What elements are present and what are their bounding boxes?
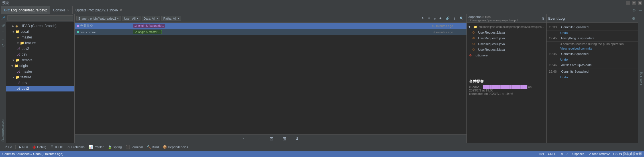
spring-bottom-btn[interactable]: 🍃 Spring (106, 144, 124, 150)
java-icon-3: © (472, 42, 477, 46)
debug-bottom-btn[interactable]: 🐞 Debug (30, 144, 48, 150)
pull-icon[interactable]: ↓ (1, 36, 6, 41)
git-icon[interactable]: ⎇ (1, 15, 6, 21)
graph-icon[interactable]: ⎋ (433, 16, 437, 21)
minimize-button[interactable]: ─ (626, 1, 630, 5)
tab-update-info[interactable]: Update Info: 2023/2/1 19:46 ✕ (73, 6, 125, 14)
git-search-input[interactable] (7, 15, 73, 21)
dev-branch-icon: ⎇ (17, 52, 21, 56)
tree-head[interactable]: ▶ ◉ HEAD (Current Branch) (6, 23, 74, 29)
commit-icon[interactable]: ◎ (1, 22, 6, 27)
paths-dropdown-icon: ▾ (178, 17, 179, 20)
profiler-icon: 📊 (89, 145, 93, 149)
settings-side-icon[interactable]: ⚙ (1, 138, 6, 143)
structure-icon[interactable]: Structure (1, 131, 6, 136)
debug-icon: 🐞 (32, 145, 36, 149)
commit-row[interactable]: 合并提交 ⎇ origin & feature/de... 45 minutes… (75, 23, 466, 29)
tree-origin[interactable]: ▼ 📁 origin (6, 63, 74, 69)
status-crlf[interactable]: CRLF (548, 152, 556, 156)
remote-feature-folder-icon: 📁 (15, 75, 20, 79)
event-item-3: 19:45 Commits Squashed (547, 51, 638, 57)
run-bottom-btn[interactable]: ▶ Run (17, 144, 30, 150)
file-tree-root[interactable]: ▼ 📁 src\main\java\com\example\aopdemo\po… (467, 24, 546, 30)
minimize-panel-icon[interactable]: ─ (638, 8, 643, 13)
tree-remote[interactable]: ▼ 📁 Remote (6, 57, 74, 63)
file-item-userrequest5[interactable]: © UserRequest5.java (467, 47, 546, 52)
settings-icon[interactable]: ⚙ (631, 8, 637, 13)
bottom-toolbar: ⎇ Git ▶ Run 🐞 Debug ☰ TODO ⚠ Problems 📊 (0, 143, 644, 151)
tree-remote-dev[interactable]: ⎇ dev (6, 80, 74, 86)
remote-dev-icon: ⎇ (17, 81, 21, 85)
profiler-bottom-btn[interactable]: 📊 Profiler (87, 144, 105, 150)
link-icon[interactable]: 🔗 (445, 16, 451, 21)
close-button[interactable]: ✕ (638, 1, 642, 5)
fetch-commits-icon[interactable]: ⬇ (427, 16, 431, 21)
paths-selector[interactable]: Paths: All ▾ (161, 16, 181, 21)
file-item-userrequest3[interactable]: © UserRequest3.java (467, 35, 546, 41)
git-search-bar (6, 14, 74, 22)
eye-icon[interactable]: 👁 (438, 16, 443, 21)
search-commit-icon[interactable]: 🔍 (458, 16, 465, 21)
event-settings-icon[interactable]: ⚙ (631, 16, 636, 21)
expand-button[interactable]: ⊡ (267, 135, 276, 142)
undo-link-5[interactable]: Undo (560, 76, 568, 79)
event-text-1: Commits Squashed (561, 25, 588, 29)
todo-bottom-btn[interactable]: ☰ TODO (49, 144, 65, 150)
file-panel-delete-icon[interactable]: 🗑 (541, 17, 545, 21)
status-branch[interactable]: ⎇ feature/dev2 (588, 152, 610, 156)
file-item-userrequst2[interactable]: © UserRequest2.java (467, 30, 546, 35)
window-button[interactable]: ⊞ (280, 135, 288, 142)
forward-button[interactable]: → (254, 136, 263, 142)
git-bottom-btn[interactable]: ⎇ Git (2, 144, 14, 150)
event-item: 19:39 Commits Squashed (547, 24, 638, 30)
branch-selector[interactable]: Branch: origin/feature/dev2 ▾ (76, 16, 121, 21)
undo-link-1[interactable]: Undo (560, 31, 568, 34)
fetch-icon[interactable]: ↻ (1, 43, 6, 48)
problems-bottom-btn[interactable]: ⚠ Problems (66, 144, 86, 150)
maximize-button[interactable]: □ (632, 1, 636, 5)
view-commits-link[interactable]: View received commits (560, 47, 592, 50)
tree-local-dev2[interactable]: ⎇ dev2 (6, 46, 74, 52)
status-indent[interactable]: 4 spaces (572, 152, 584, 156)
undo-link-3[interactable]: Undo (560, 58, 568, 61)
tree-local[interactable]: ▼ 📁 Local (6, 29, 74, 34)
branch-icon: ⎇ (588, 152, 592, 156)
commit-message-2: first commit (80, 30, 96, 34)
status-position[interactable]: 14:1 (538, 152, 544, 156)
branch-tag-remote: ⎇ origin & feature/de... (133, 24, 165, 28)
file-item-userrequest4[interactable]: © UserRequest4.java (467, 41, 546, 47)
back-button[interactable]: ← (240, 136, 249, 142)
head-icon: ◉ (15, 24, 20, 28)
user-selector[interactable]: User: All ▾ (122, 16, 140, 21)
tab-console-close[interactable]: ✕ (67, 9, 70, 12)
push-icon[interactable]: ↑ (1, 29, 6, 34)
tab-git-log[interactable]: Git: Log: origin/feature/dev2 (1, 6, 50, 14)
file-item-gitignore[interactable]: ⚙ .gitignore (467, 52, 546, 58)
build-bottom-btn[interactable]: 🔨 Build (145, 144, 160, 150)
tab-update-info-close[interactable]: ✕ (120, 9, 122, 12)
download-button[interactable]: ⬇ (293, 135, 301, 142)
date-selector[interactable]: Date: All ▾ (142, 16, 160, 21)
app-root: 预览 ─ □ ✕ Git: Log: origin/feature/dev2 C… (0, 0, 644, 157)
commit-message: 合并提交 (80, 24, 93, 28)
terminal-bottom-btn[interactable]: ⬛ Terminal (124, 144, 144, 150)
commit-row[interactable]: first commit ⎇ origin & master ... 57 mi… (75, 29, 466, 35)
tree-remote-dev2[interactable]: ⎇ dev2 (6, 86, 74, 91)
dependencies-bottom-btn[interactable]: 📦 Dependencies (161, 144, 189, 150)
refresh-icon[interactable]: ↻ (421, 16, 425, 21)
tree-local-master[interactable]: ★ master (6, 34, 74, 40)
status-encoding[interactable]: UTF-8 (559, 152, 568, 156)
tree-remote-master[interactable]: ⎇ master (6, 69, 74, 74)
tree-local-dev[interactable]: ⎇ dev (6, 52, 74, 57)
title-bar: 预览 ─ □ ✕ (0, 0, 644, 6)
event-log-side-label[interactable]: Event Log (639, 72, 643, 85)
tree-local-feature[interactable]: ▼ 📁 feature (6, 40, 74, 46)
pause-icon[interactable]: ⏸ (452, 16, 457, 21)
remote-arrow: ▼ (12, 59, 15, 62)
event-link-sub-2: View received commits (547, 46, 638, 51)
tree-remote-feature[interactable]: ▼ 📁 feature (6, 74, 74, 80)
tab-console[interactable]: Console ✕ (50, 6, 73, 14)
commit-table: 合并提交 ⎇ origin & feature/de... 45 minutes… (75, 23, 466, 134)
java-icon-1: © (472, 31, 477, 34)
remote-dev2-icon: ⎇ (17, 87, 21, 91)
